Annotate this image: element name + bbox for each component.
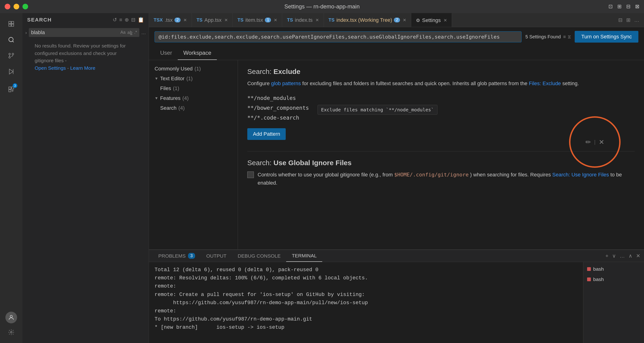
settings-tab-workspace[interactable]: Workspace: [178, 46, 217, 60]
search-box-row: › Aa ab̲ .* …: [22, 27, 149, 38]
terminal-line-6: remote:: [154, 307, 578, 315]
tab-indextsx-working[interactable]: TS index.tsx (Working Tree) 2 ✕: [324, 13, 412, 27]
tab-tsx-close[interactable]: ✕: [183, 17, 187, 23]
layout-icon[interactable]: ⊡: [608, 3, 612, 9]
terminal-tab-output[interactable]: OUTPUT: [201, 250, 232, 262]
tab-indexts[interactable]: TS index.ts ✕: [282, 13, 324, 27]
tree-features-label: Features: [160, 95, 180, 101]
pattern-item-node-modules: **/node_modules: [247, 93, 635, 103]
terminal-maximize-icon[interactable]: ∧: [628, 253, 632, 259]
terminal-session-1[interactable]: bash: [583, 264, 644, 274]
terminal-dot-1: [587, 267, 591, 271]
edit-pattern-icon[interactable]: ✏: [586, 138, 591, 146]
tab-indexts-label: index.ts: [295, 17, 313, 23]
tab-tsx-badge: 2: [174, 17, 180, 22]
tab-settings-close[interactable]: ✕: [444, 18, 447, 23]
settings-gear[interactable]: [4, 325, 18, 339]
sync-button[interactable]: Turn on Settings Sync: [575, 31, 638, 42]
settings-search-row: 5 Settings Found ≡ ⧖ Turn on Settings Sy…: [149, 27, 644, 46]
tab-indexts-close[interactable]: ✕: [316, 17, 319, 23]
terminal-tab-problems[interactable]: PROBLEMS 3: [153, 250, 201, 262]
tab-settings[interactable]: ⚙ Settings ✕: [411, 13, 452, 27]
search-input[interactable]: [31, 29, 118, 35]
open-settings-link[interactable]: Open Settings: [35, 65, 66, 71]
match-case-icon[interactable]: Aa: [120, 30, 126, 35]
activity-explorer[interactable]: [4, 17, 18, 31]
settings-search-input-wrap: [154, 31, 522, 42]
svg-rect-12: [9, 87, 11, 89]
tree-features[interactable]: ▼ Features (4): [149, 93, 238, 103]
regex-icon[interactable]: .*: [134, 30, 137, 35]
tree-commonly-used-count: (1): [194, 66, 201, 72]
search-more-icon[interactable]: …: [141, 30, 146, 35]
pattern-bower-components-value: **/bower_components: [247, 105, 309, 111]
tree-text-editor[interactable]: ▼ Text Editor (1): [149, 74, 238, 83]
activity-run[interactable]: [4, 64, 18, 79]
sidebar-title: SEARCH: [27, 17, 52, 23]
tab-tsx[interactable]: TSX .tsx 2 ✕: [149, 13, 192, 27]
global-ignore-checkbox[interactable]: [247, 171, 254, 178]
menu-icon[interactable]: ⊠: [635, 3, 639, 9]
delete-pattern-icon[interactable]: ✕: [599, 138, 604, 146]
tab-more-icon[interactable]: …: [634, 17, 639, 23]
learn-more-link[interactable]: Learn More: [70, 65, 95, 71]
minimize-button[interactable]: [14, 4, 19, 9]
close-button[interactable]: [5, 4, 10, 9]
search-input-icons: Aa ab̲ .*: [120, 30, 137, 35]
collapse-all-icon[interactable]: ⊟: [131, 17, 135, 23]
terminal-session-2[interactable]: bash: [583, 274, 644, 285]
refresh-icon[interactable]: ↺: [113, 17, 117, 23]
settings-search-input[interactable]: [158, 34, 518, 40]
terminal-tab-debug-console[interactable]: DEBUG CONSOLE: [232, 250, 286, 262]
settings-filter-list-icon[interactable]: ≡: [563, 34, 566, 39]
settings-tab-icon: ⚙: [416, 17, 420, 23]
tree-search[interactable]: Search (4): [149, 103, 238, 113]
tab-itemtsx-close[interactable]: ✕: [274, 17, 277, 23]
sidebar-header-icons: ↺ ≡ ⊕ ⊟ 📋: [113, 17, 144, 23]
clear-results-icon[interactable]: ≡: [119, 17, 122, 23]
settings-found-badge: 5 Settings Found ≡ ⧖: [525, 34, 571, 39]
settings-filter-icon[interactable]: ⧖: [568, 34, 571, 39]
terminal-session-1-label: bash: [593, 266, 604, 272]
terminal-split-icon[interactable]: ∨: [612, 253, 616, 259]
setting-exclude: Search: Exclude Configure glob patterns …: [247, 68, 635, 140]
pattern-item-bower-components: **/bower_components Exclude files matchi…: [247, 103, 635, 113]
new-terminal-icon[interactable]: +: [605, 253, 608, 259]
problems-badge: 3: [188, 253, 195, 259]
maximize-button[interactable]: [22, 4, 28, 9]
tab-apptsx[interactable]: TS App.tsx ✕: [192, 13, 233, 27]
tree-features-count: (4): [182, 95, 189, 101]
setting-global-ignore-title: Search: Use Global Ignore Files: [247, 159, 635, 167]
search-chevron-icon[interactable]: ›: [25, 30, 27, 35]
files-exclude-link[interactable]: Files: Exclude: [529, 80, 561, 86]
open-in-editor-icon[interactable]: 📋: [138, 17, 144, 23]
tab-apptsx-close[interactable]: ✕: [224, 17, 228, 23]
terminal-tab-terminal[interactable]: TERMINAL: [286, 250, 322, 262]
account-avatar[interactable]: [6, 312, 17, 323]
activity-search[interactable]: [4, 33, 18, 47]
split-icon[interactable]: ⊞: [617, 3, 622, 9]
panel-icon[interactable]: ⊟: [626, 3, 630, 9]
whole-word-icon[interactable]: ab̲: [128, 30, 132, 35]
tab-indextsx-working-close[interactable]: ✕: [403, 17, 406, 23]
settings-tab-user[interactable]: User: [154, 46, 178, 60]
activity-source-control[interactable]: [4, 49, 18, 63]
use-ignore-files-link[interactable]: Search: Use Ignore Files: [552, 172, 609, 178]
terminal-panel: PROBLEMS 3 OUTPUT DEBUG CONSOLE TERMINAL…: [149, 249, 644, 343]
terminal-more-icon[interactable]: …: [620, 253, 625, 259]
svg-rect-2: [9, 24, 11, 26]
new-search-icon[interactable]: ⊕: [124, 17, 129, 23]
tab-split-icon[interactable]: ⊟: [618, 17, 622, 23]
tab-itemtsx[interactable]: TS item.tsx 1 ✕: [233, 13, 282, 27]
glob-patterns-link[interactable]: glob patterns: [271, 80, 301, 86]
tree-text-editor-chevron: ▼: [154, 76, 158, 81]
add-pattern-button[interactable]: Add Pattern: [247, 128, 286, 140]
terminal-close-icon[interactable]: ✕: [636, 253, 640, 259]
tree-files[interactable]: Files (1): [149, 83, 238, 93]
terminal-session-2-label: bash: [593, 277, 604, 282]
tab-layout-icon[interactable]: ⊞: [626, 17, 630, 23]
activity-extensions[interactable]: 3: [4, 82, 18, 96]
tree-commonly-used[interactable]: Commonly Used (1): [149, 64, 238, 74]
tree-text-editor-label: Text Editor: [160, 76, 184, 82]
tab-tsx-lang: TSX: [154, 17, 163, 23]
